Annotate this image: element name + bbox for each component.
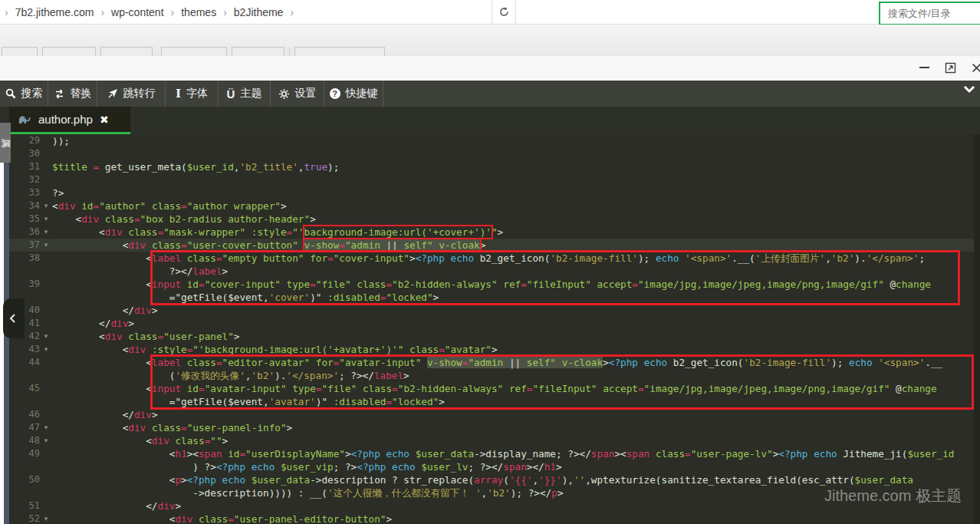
code-row[interactable]: ="getFile($event,'avatar')" :disabled="l… [9, 395, 980, 408]
fold-gutter [40, 395, 52, 408]
breadcrumb-item-theme-folder[interactable]: b2Jitheme [234, 6, 284, 18]
code-row[interactable]: 40 </div> [9, 304, 980, 317]
code-row[interactable]: 35▾ <div class="box b2-radius author-hea… [9, 213, 980, 226]
code-row[interactable]: 41 </div> [9, 317, 980, 330]
replace-icon [54, 89, 65, 99]
code-line-text: <label class="editor-avatar" for="avatar… [52, 356, 942, 369]
line-number: 52 [9, 512, 40, 524]
code-row[interactable]: ?></label> [9, 265, 980, 278]
chevron-right-icon: › [223, 6, 227, 18]
line-number: 30 [9, 147, 40, 160]
code-line-text: ="getFile($event,'avatar')" :disabled="l… [52, 395, 445, 408]
code-line-text: <div class=""> [52, 434, 228, 447]
line-number: 43 [9, 343, 40, 356]
tab-author-php[interactable]: author.php ✖ [9, 107, 130, 132]
sidebar-collapse-handle[interactable] [3, 298, 25, 338]
code-line-text: </div> [52, 304, 158, 317]
code-row[interactable]: 45 <input id="avatar-input" type="file" … [9, 382, 980, 395]
code-row[interactable]: 31$title = get_user_meta($user_id,'b2_ti… [9, 160, 980, 173]
code-row[interactable]: 38 <label class="empty button" for="cove… [9, 252, 980, 265]
toolbar-settings[interactable]: 设置 [271, 81, 324, 107]
minimize-button[interactable] [917, 61, 931, 74]
refresh-button[interactable] [492, 0, 516, 24]
toolbar-label: 字体 [186, 87, 208, 101]
toolbar-goto-line[interactable]: 跳转行 [97, 81, 166, 107]
code-row[interactable]: 36▾ <div class="mask-wrapper" :style="'b… [9, 226, 980, 239]
code-row[interactable]: 37▾ <div class="user-cover-button" v-sho… [9, 239, 980, 252]
code-row[interactable]: 47▾ <div class="user-panel-info"> [9, 421, 980, 434]
code-row[interactable]: 50 <p><?php echo $user_data->description… [9, 473, 980, 486]
code-row[interactable]: 39 <input id="cover-input" type="file" c… [9, 278, 980, 291]
code-row[interactable]: ('修改我的头像','b2').'</span>'; ?></label> [9, 369, 980, 382]
breadcrumb-item-root[interactable]: 7b2.jitheme.com [15, 6, 94, 18]
tab-label: author.php [38, 113, 93, 126]
fold-arrow-icon[interactable]: ▾ [40, 343, 52, 356]
code-row[interactable]: 34▾<div id="author" class="author wrappe… [9, 199, 980, 213]
toolbar-theme[interactable]: Ü 主题 [219, 81, 271, 107]
fold-arrow-icon[interactable]: ▾ [40, 239, 52, 252]
code-row[interactable]: 46 </div> [9, 408, 980, 421]
code-row[interactable]: 32 [9, 173, 980, 186]
code-line-text: <h1><span id="userDisplayName"><?php ech… [52, 447, 955, 460]
toolbar-search[interactable]: 搜索 [0, 81, 48, 107]
line-number [9, 460, 40, 473]
code-row[interactable]: 30 [9, 147, 980, 160]
code-row[interactable]: 44 <label class="editor-avatar" for="ava… [9, 356, 980, 369]
breadcrumb-item-wp-content[interactable]: wp-content [111, 6, 163, 18]
breadcrumb-item-themes[interactable]: themes [181, 6, 216, 18]
code-editor[interactable]: 29));3031$title = get_user_meta($user_id… [9, 134, 980, 524]
code-row[interactable]: 42▾ <div class="user-panel"> [9, 330, 980, 343]
scrollbar-track[interactable] [974, 134, 980, 524]
fold-arrow-icon[interactable]: ▾ [40, 512, 52, 524]
code-row[interactable]: 43▾ <div :style="'background-image:url('… [9, 343, 980, 356]
close-button[interactable] [969, 61, 980, 74]
code-row[interactable]: 48▾ <div class=""> [9, 434, 980, 447]
fold-arrow-icon[interactable]: ▾ [40, 434, 52, 447]
toolbar-label: 搜索 [21, 87, 43, 101]
code-row[interactable]: 49 <h1><span id="userDisplayName"><?php … [9, 447, 980, 460]
magnet-icon: Ü [227, 87, 235, 101]
fold-arrow-icon[interactable]: ▾ [40, 330, 52, 343]
line-number: 45 [9, 382, 40, 395]
code-line-text: ('修改我的头像','b2').'</span>'; ?></label> [52, 369, 409, 382]
editor-tabbar: author.php ✖ [0, 107, 980, 134]
line-number: 50 [9, 473, 40, 486]
maximize-button[interactable] [943, 61, 957, 74]
code-line-text: ) ?><?php echo $user_vip; ?><?php echo $… [52, 460, 562, 473]
toolbar-replace[interactable]: 替换 [48, 81, 97, 107]
code-row[interactable]: 29)); [9, 134, 980, 147]
code-row[interactable]: ="getFile($event,'cover')" :disabled="lo… [9, 291, 980, 304]
fold-gutter [40, 304, 52, 317]
minimize-icon [919, 67, 929, 68]
file-search-input[interactable] [886, 7, 980, 20]
fold-gutter [40, 186, 52, 199]
code-line-text: <div class="user-panel"> [52, 330, 239, 343]
gear-icon [278, 88, 290, 100]
code-row[interactable]: 52▾ <div class="user-panel-editor-button… [9, 512, 980, 524]
toolbar-label: 跳转行 [123, 87, 156, 101]
code-row[interactable]: 33?> [9, 186, 980, 199]
pin-icon [107, 88, 118, 99]
side-vertical-tab[interactable]: 属 [0, 123, 11, 163]
code-row[interactable]: ) ?><?php echo $user_vip; ?><?php echo $… [9, 460, 980, 473]
fold-arrow-icon[interactable]: ▾ [40, 421, 52, 434]
chevron-right-icon: › [171, 6, 175, 18]
toolbar-font[interactable]: I 字体 [166, 81, 219, 107]
code-line-text: <div :style="'background-image:url('+ava… [52, 343, 498, 356]
fold-arrow-icon[interactable]: ▾ [40, 199, 52, 213]
toolbar-expand-button[interactable] [962, 84, 977, 98]
fold-arrow-icon[interactable]: ▾ [40, 213, 52, 226]
code-line-text: <input id="avatar-input" type="file" cla… [52, 382, 937, 395]
fold-gutter [40, 408, 52, 421]
annotation-inline-box: v-show="admin || self" v-cloak [304, 239, 480, 251]
line-number: 47 [9, 421, 40, 434]
code-line-text: <label class="empty button" for="cover-i… [52, 252, 925, 265]
line-number [9, 369, 40, 382]
toolbar-shortcuts[interactable]: ? 快捷键 [324, 81, 383, 107]
close-icon [972, 63, 980, 73]
fold-arrow-icon[interactable]: ▾ [40, 226, 52, 239]
line-number: 29 [9, 134, 40, 147]
line-number: 39 [9, 278, 40, 291]
line-number: 48 [9, 434, 40, 447]
tab-close-icon[interactable]: ✖ [100, 114, 109, 126]
